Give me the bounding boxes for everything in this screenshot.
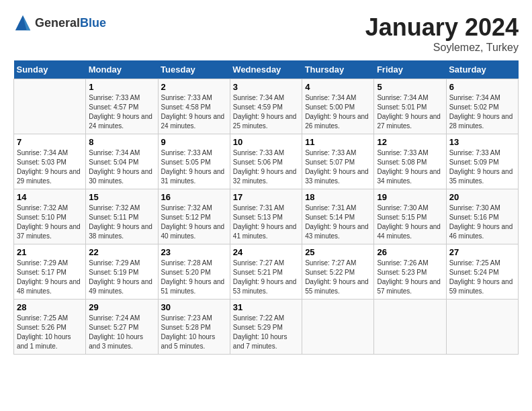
title-block: January 2024 Soylemez, Turkey [365, 13, 519, 54]
column-header-thursday: Thursday [302, 60, 374, 79]
calendar-cell: 25Sunrise: 7:27 AM Sunset: 5:22 PM Dayli… [302, 244, 374, 300]
cell-info: Sunrise: 7:34 AM Sunset: 5:02 PM Dayligh… [449, 93, 515, 131]
calendar-cell: 1Sunrise: 7:33 AM Sunset: 4:57 PM Daylig… [86, 79, 158, 134]
day-number: 18 [305, 192, 371, 202]
calendar-cell: 12Sunrise: 7:33 AM Sunset: 5:08 PM Dayli… [374, 134, 446, 189]
calendar-cell: 20Sunrise: 7:30 AM Sunset: 5:16 PM Dayli… [446, 189, 518, 244]
day-number: 31 [233, 302, 299, 312]
calendar-table: SundayMondayTuesdayWednesdayThursdayFrid… [13, 60, 519, 355]
cell-info: Sunrise: 7:34 AM Sunset: 5:00 PM Dayligh… [305, 93, 371, 131]
cell-info: Sunrise: 7:34 AM Sunset: 5:01 PM Dayligh… [377, 93, 443, 131]
column-header-monday: Monday [86, 60, 158, 79]
day-number: 27 [449, 247, 515, 257]
cell-info: Sunrise: 7:33 AM Sunset: 5:05 PM Dayligh… [161, 148, 227, 186]
calendar-cell: 31Sunrise: 7:22 AM Sunset: 5:29 PM Dayli… [230, 300, 302, 355]
calendar-week-row: 7Sunrise: 7:34 AM Sunset: 5:03 PM Daylig… [14, 134, 519, 189]
calendar-cell [14, 79, 86, 134]
day-number: 26 [377, 247, 443, 257]
cell-info: Sunrise: 7:33 AM Sunset: 4:58 PM Dayligh… [161, 93, 227, 131]
calendar-cell: 4Sunrise: 7:34 AM Sunset: 5:00 PM Daylig… [302, 79, 374, 134]
cell-info: Sunrise: 7:25 AM Sunset: 5:26 PM Dayligh… [17, 314, 83, 351]
day-number: 6 [449, 82, 515, 92]
day-number: 24 [233, 247, 299, 257]
calendar-cell: 7Sunrise: 7:34 AM Sunset: 5:03 PM Daylig… [14, 134, 86, 189]
day-number: 7 [17, 137, 83, 147]
day-number: 23 [161, 247, 227, 257]
day-number: 22 [89, 247, 154, 257]
calendar-cell: 16Sunrise: 7:32 AM Sunset: 5:12 PM Dayli… [158, 189, 230, 244]
calendar-cell: 29Sunrise: 7:24 AM Sunset: 5:27 PM Dayli… [86, 300, 158, 355]
column-header-sunday: Sunday [14, 60, 86, 79]
cell-info: Sunrise: 7:33 AM Sunset: 5:07 PM Dayligh… [305, 148, 371, 186]
cell-info: Sunrise: 7:33 AM Sunset: 5:08 PM Dayligh… [377, 148, 443, 186]
calendar-week-row: 14Sunrise: 7:32 AM Sunset: 5:10 PM Dayli… [14, 189, 519, 244]
cell-info: Sunrise: 7:32 AM Sunset: 5:12 PM Dayligh… [161, 203, 227, 241]
cell-info: Sunrise: 7:28 AM Sunset: 5:20 PM Dayligh… [161, 259, 227, 296]
day-number: 1 [89, 82, 154, 92]
cell-info: Sunrise: 7:23 AM Sunset: 5:28 PM Dayligh… [161, 314, 227, 351]
calendar-cell [374, 300, 446, 355]
calendar-cell: 17Sunrise: 7:31 AM Sunset: 5:13 PM Dayli… [230, 189, 302, 244]
logo-icon [13, 13, 32, 32]
logo-text-general: General [35, 16, 80, 30]
calendar-cell: 6Sunrise: 7:34 AM Sunset: 5:02 PM Daylig… [446, 79, 518, 134]
day-number: 3 [233, 82, 299, 92]
day-number: 10 [233, 137, 299, 147]
calendar-week-row: 21Sunrise: 7:29 AM Sunset: 5:17 PM Dayli… [14, 244, 519, 300]
calendar-cell: 11Sunrise: 7:33 AM Sunset: 5:07 PM Dayli… [302, 134, 374, 189]
cell-info: Sunrise: 7:27 AM Sunset: 5:22 PM Dayligh… [305, 259, 371, 296]
calendar-cell: 9Sunrise: 7:33 AM Sunset: 5:05 PM Daylig… [158, 134, 230, 189]
column-header-friday: Friday [374, 60, 446, 79]
cell-info: Sunrise: 7:30 AM Sunset: 5:15 PM Dayligh… [377, 203, 443, 241]
day-number: 17 [233, 192, 299, 202]
calendar-cell: 28Sunrise: 7:25 AM Sunset: 5:26 PM Dayli… [14, 300, 86, 355]
calendar-cell: 3Sunrise: 7:34 AM Sunset: 4:59 PM Daylig… [230, 79, 302, 134]
calendar-cell: 27Sunrise: 7:25 AM Sunset: 5:24 PM Dayli… [446, 244, 518, 300]
column-header-saturday: Saturday [446, 60, 518, 79]
calendar-cell: 14Sunrise: 7:32 AM Sunset: 5:10 PM Dayli… [14, 189, 86, 244]
calendar-cell: 8Sunrise: 7:34 AM Sunset: 5:04 PM Daylig… [86, 134, 158, 189]
day-number: 16 [161, 192, 227, 202]
cell-info: Sunrise: 7:31 AM Sunset: 5:13 PM Dayligh… [233, 203, 299, 241]
cell-info: Sunrise: 7:34 AM Sunset: 5:04 PM Dayligh… [89, 148, 154, 186]
cell-info: Sunrise: 7:26 AM Sunset: 5:23 PM Dayligh… [377, 259, 443, 296]
cell-info: Sunrise: 7:25 AM Sunset: 5:24 PM Dayligh… [449, 259, 515, 296]
calendar-cell: 24Sunrise: 7:27 AM Sunset: 5:21 PM Dayli… [230, 244, 302, 300]
day-number: 11 [305, 137, 371, 147]
calendar-cell [446, 300, 518, 355]
calendar-cell: 13Sunrise: 7:33 AM Sunset: 5:09 PM Dayli… [446, 134, 518, 189]
page-header: GeneralBlue January 2024 Soylemez, Turke… [13, 13, 519, 54]
calendar-week-row: 28Sunrise: 7:25 AM Sunset: 5:26 PM Dayli… [14, 300, 519, 355]
cell-info: Sunrise: 7:31 AM Sunset: 5:14 PM Dayligh… [305, 203, 371, 241]
cell-info: Sunrise: 7:33 AM Sunset: 5:09 PM Dayligh… [449, 148, 515, 186]
calendar-header-row: SundayMondayTuesdayWednesdayThursdayFrid… [14, 60, 519, 79]
day-number: 29 [89, 302, 154, 312]
calendar-cell [302, 300, 374, 355]
calendar-week-row: 1Sunrise: 7:33 AM Sunset: 4:57 PM Daylig… [14, 79, 519, 134]
day-number: 4 [305, 82, 371, 92]
day-number: 25 [305, 247, 371, 257]
calendar-cell: 10Sunrise: 7:33 AM Sunset: 5:06 PM Dayli… [230, 134, 302, 189]
cell-info: Sunrise: 7:22 AM Sunset: 5:29 PM Dayligh… [233, 314, 299, 351]
day-number: 21 [17, 247, 83, 257]
calendar-cell: 23Sunrise: 7:28 AM Sunset: 5:20 PM Dayli… [158, 244, 230, 300]
calendar-cell: 15Sunrise: 7:32 AM Sunset: 5:11 PM Dayli… [86, 189, 158, 244]
calendar-cell: 18Sunrise: 7:31 AM Sunset: 5:14 PM Dayli… [302, 189, 374, 244]
cell-info: Sunrise: 7:29 AM Sunset: 5:19 PM Dayligh… [89, 259, 154, 296]
day-number: 5 [377, 82, 443, 92]
cell-info: Sunrise: 7:32 AM Sunset: 5:11 PM Dayligh… [89, 203, 154, 241]
day-number: 8 [89, 137, 154, 147]
day-number: 13 [449, 137, 515, 147]
day-number: 14 [17, 192, 83, 202]
day-number: 15 [89, 192, 154, 202]
day-number: 12 [377, 137, 443, 147]
month-title: January 2024 [365, 13, 519, 42]
day-number: 30 [161, 302, 227, 312]
calendar-cell: 19Sunrise: 7:30 AM Sunset: 5:15 PM Dayli… [374, 189, 446, 244]
cell-info: Sunrise: 7:24 AM Sunset: 5:27 PM Dayligh… [89, 314, 154, 351]
calendar-cell: 26Sunrise: 7:26 AM Sunset: 5:23 PM Dayli… [374, 244, 446, 300]
calendar-cell: 2Sunrise: 7:33 AM Sunset: 4:58 PM Daylig… [158, 79, 230, 134]
day-number: 28 [17, 302, 83, 312]
calendar-cell: 21Sunrise: 7:29 AM Sunset: 5:17 PM Dayli… [14, 244, 86, 300]
location-title: Soylemez, Turkey [365, 42, 519, 54]
